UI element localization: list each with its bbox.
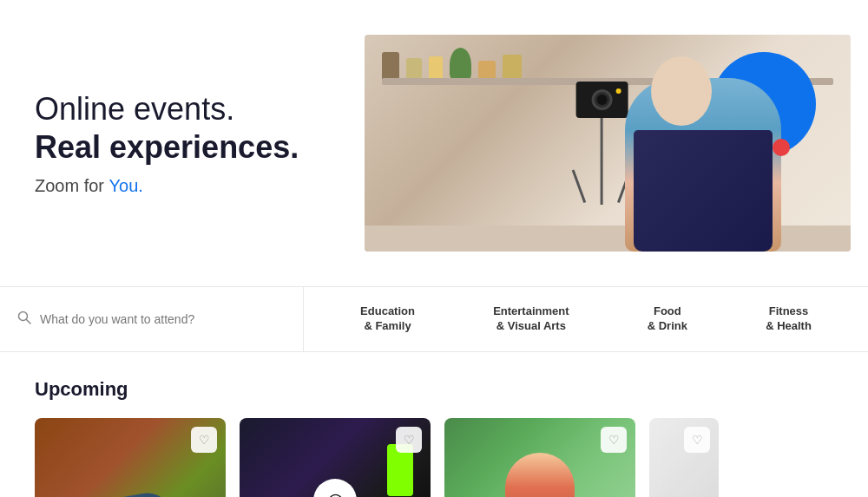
tomato-prop — [773, 139, 790, 156]
category-fitness-health[interactable]: Fitness & Health — [759, 301, 819, 337]
tripod-leg-left — [572, 169, 586, 203]
hero-person — [625, 52, 799, 252]
search-category-bar: Education & Family Entertainment & Visua… — [0, 286, 868, 352]
card2-symbol: ◎ — [313, 479, 357, 497]
shelf-plant — [450, 48, 471, 82]
camera-lens — [591, 89, 612, 110]
hero-headline: Online events. Real experiences. — [35, 90, 347, 165]
hero-text: Online events. Real experiences. Zoom fo… — [35, 90, 365, 195]
event-card-3[interactable]: ♡ — [444, 418, 635, 497]
tripod-leg-center — [601, 170, 603, 205]
camera-body — [575, 82, 628, 118]
camera-tripod — [572, 82, 632, 205]
category-food-drink[interactable]: Food & Drink — [641, 301, 694, 337]
event-cards-grid: ♡ ◎ ♡ ♡ ♡ — [35, 418, 833, 497]
person-apron — [634, 130, 773, 252]
event-card-1[interactable]: ♡ — [35, 418, 226, 497]
event-card-4[interactable]: ♡ — [649, 418, 719, 497]
upcoming-title: Upcoming — [35, 378, 833, 401]
search-input[interactable] — [40, 312, 286, 326]
favorite-button-1[interactable]: ♡ — [191, 427, 217, 453]
tripod-pole — [601, 118, 603, 170]
camera-indicator — [615, 88, 621, 94]
search-section[interactable] — [0, 287, 304, 351]
camera-lens-inner — [596, 95, 607, 105]
category-entertainment-visual-arts[interactable]: Entertainment & Visual Arts — [486, 301, 575, 337]
svg-line-1 — [27, 319, 31, 324]
hero-tagline: Zoom for You. — [35, 176, 347, 196]
favorite-button-4[interactable]: ♡ — [684, 427, 710, 453]
categories-nav: Education & Family Entertainment & Visua… — [304, 287, 868, 351]
event-card-2[interactable]: ◎ ♡ — [240, 418, 431, 497]
search-icon — [17, 311, 31, 328]
category-education-family[interactable]: Education & Family — [353, 301, 422, 337]
favorite-button-2[interactable]: ♡ — [396, 427, 422, 453]
tripod-legs — [572, 170, 632, 205]
person-head — [651, 56, 712, 126]
hero-section: Online events. Real experiences. Zoom fo… — [0, 0, 868, 286]
hero-image-bg — [365, 35, 851, 252]
hero-image — [365, 35, 851, 252]
fitness-figure — [505, 453, 575, 497]
upcoming-section: Upcoming ♡ ◎ ♡ ♡ — [0, 352, 868, 497]
person-figure — [625, 61, 799, 252]
yoga-figure — [83, 489, 178, 497]
favorite-button-3[interactable]: ♡ — [601, 427, 627, 453]
shelf-decoration — [382, 48, 522, 82]
